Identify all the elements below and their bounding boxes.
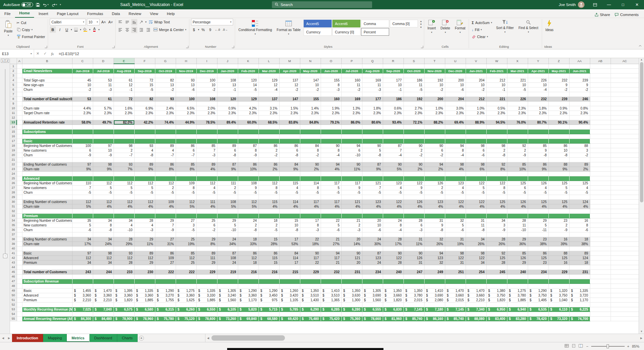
row-label[interactable] xyxy=(22,274,72,279)
cell[interactable]: 90 xyxy=(424,143,445,148)
cell[interactable] xyxy=(72,171,93,176)
cell[interactable] xyxy=(590,199,611,204)
cell[interactable] xyxy=(321,64,341,68)
cell[interactable]: 6 xyxy=(507,185,528,190)
cell[interactable]: -2 xyxy=(466,87,486,92)
cell[interactable] xyxy=(611,209,639,213)
cell[interactable]: 38% xyxy=(569,241,590,246)
cell[interactable]: 11 xyxy=(507,223,528,227)
cell[interactable]: 10 xyxy=(300,82,321,87)
row-header-55[interactable]: 55 xyxy=(10,316,17,321)
cell[interactable] xyxy=(611,157,639,162)
cell[interactable] xyxy=(486,279,507,284)
cell[interactable] xyxy=(548,134,569,139)
cell[interactable]: 10 xyxy=(279,223,300,227)
hscroll-right-icon[interactable]: ▶ xyxy=(639,337,644,340)
underline-button[interactable]: U xyxy=(64,26,70,33)
cell[interactable] xyxy=(155,157,176,162)
cell[interactable] xyxy=(341,265,362,270)
cell[interactable]: 2 xyxy=(548,223,569,227)
row-header-19[interactable]: 19 xyxy=(10,148,17,153)
cell[interactable] xyxy=(134,265,155,270)
cell[interactable]: 2.3% xyxy=(259,111,279,115)
cell[interactable]: 122 xyxy=(486,181,507,185)
cell[interactable]: 86 xyxy=(548,143,569,148)
cell[interactable] xyxy=(528,246,548,251)
cell[interactable]: $7,145 xyxy=(404,307,424,312)
cell[interactable]: 31 xyxy=(404,260,424,265)
cell[interactable] xyxy=(341,92,362,97)
cell[interactable]: Jan-2020 xyxy=(217,68,238,73)
cell[interactable]: 125 xyxy=(507,181,528,185)
cell[interactable]: Apr-2021 xyxy=(528,68,548,73)
cell[interactable] xyxy=(590,143,611,148)
cell[interactable] xyxy=(196,246,217,251)
style-accent5[interactable]: Accent5 xyxy=(304,20,332,27)
cell[interactable]: 234 xyxy=(528,270,548,274)
column-header-G[interactable]: G xyxy=(155,58,176,64)
cell[interactable] xyxy=(196,195,217,199)
cell[interactable] xyxy=(362,176,383,181)
cell[interactable] xyxy=(424,139,445,143)
cell[interactable] xyxy=(259,246,279,251)
cell[interactable] xyxy=(569,134,590,139)
horizontal-scroll-thumb[interactable] xyxy=(211,335,285,341)
cell[interactable]: -5 xyxy=(548,190,569,195)
cell[interactable]: -11 xyxy=(528,227,548,232)
cell[interactable]: -10 xyxy=(114,227,134,232)
cell[interactable] xyxy=(611,162,639,167)
cell[interactable]: 13 xyxy=(176,82,196,87)
cell[interactable]: 90 xyxy=(404,143,424,148)
cell[interactable]: 125 xyxy=(486,199,507,204)
cell[interactable]: 8 xyxy=(486,185,507,190)
cell[interactable] xyxy=(155,279,176,284)
row-label[interactable]: Churn rate xyxy=(22,204,72,209)
cell[interactable]: 126 xyxy=(507,199,528,204)
cell[interactable] xyxy=(17,111,22,115)
cell[interactable]: 8 xyxy=(321,82,341,87)
cell[interactable] xyxy=(611,195,639,199)
cell[interactable] xyxy=(590,251,611,255)
cell[interactable]: 233 xyxy=(114,270,134,274)
cell[interactable]: 83.8% xyxy=(279,120,300,125)
cell[interactable]: 16 xyxy=(548,237,569,241)
cell[interactable]: 112 xyxy=(238,255,259,260)
cell[interactable]: -2 xyxy=(424,153,445,157)
cell[interactable] xyxy=(72,284,93,288)
cell[interactable] xyxy=(611,97,639,101)
row-header-34[interactable]: 34 xyxy=(10,218,17,223)
cell[interactable]: -4 xyxy=(383,153,404,157)
cell[interactable] xyxy=(466,125,486,129)
cell[interactable]: 85 xyxy=(528,143,548,148)
cell[interactable]: 2% xyxy=(300,167,321,171)
cell[interactable] xyxy=(93,213,114,218)
cell[interactable]: -9 xyxy=(486,227,507,232)
cell[interactable]: 9 xyxy=(341,185,362,190)
cell[interactable]: 112 xyxy=(176,255,196,260)
cell[interactable] xyxy=(279,125,300,129)
cell[interactable]: 111 xyxy=(196,255,217,260)
cell[interactable] xyxy=(611,82,639,87)
cell[interactable] xyxy=(445,284,466,288)
cell[interactable]: $68,580 xyxy=(259,316,279,321)
cell[interactable]: $3,780 xyxy=(404,293,424,298)
cell[interactable]: $3,360 xyxy=(114,293,134,298)
cell[interactable]: 114 xyxy=(300,181,321,185)
cell[interactable]: 6% xyxy=(466,167,486,171)
vertical-scroll-thumb[interactable] xyxy=(640,62,643,202)
cell[interactable]: 72.1% xyxy=(404,120,424,125)
row-header-40[interactable]: 40 xyxy=(10,246,17,251)
minimize-button[interactable]: — xyxy=(602,0,616,9)
cell[interactable]: 2.3% xyxy=(321,111,341,115)
cell[interactable]: 28 xyxy=(134,218,155,223)
cell[interactable] xyxy=(404,139,424,143)
cell[interactable] xyxy=(155,139,176,143)
cell[interactable]: -5 xyxy=(528,190,548,195)
row-label[interactable]: Basic xyxy=(22,139,72,143)
cell[interactable]: 21 xyxy=(321,260,341,265)
row-header-46[interactable]: 46 xyxy=(10,274,17,279)
cell[interactable] xyxy=(590,64,611,68)
cell[interactable]: 4 xyxy=(383,185,404,190)
cell[interactable] xyxy=(238,115,259,120)
cell[interactable]: 31% xyxy=(155,241,176,246)
